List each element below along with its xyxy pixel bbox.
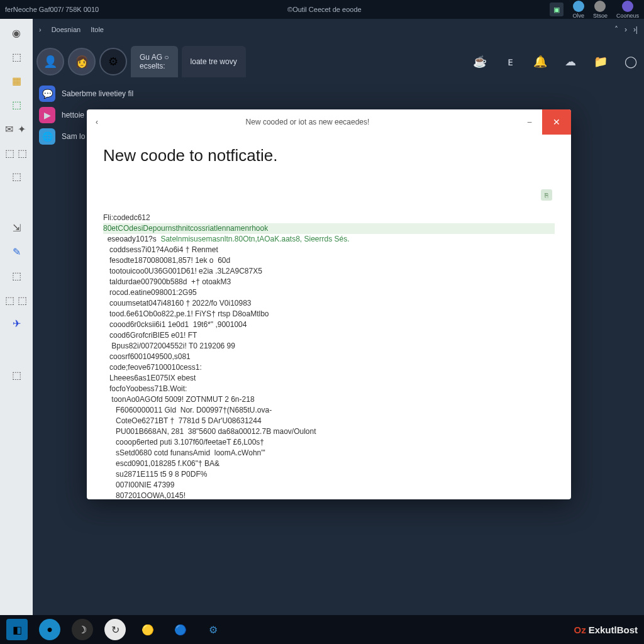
titlebar-center-text: ©Outil Ceecet de eoode xyxy=(99,6,550,13)
rail-icon-4[interactable]: ✉✦ xyxy=(4,121,29,136)
sub-toolbar: › Doesnian Itole ˄ › ›| xyxy=(33,19,644,40)
channel-play-icon: ▶ xyxy=(39,107,55,123)
titlebar-left-text: ferNeoche Gaf007/ 758K 0010 xyxy=(5,6,99,13)
channel-label: Sam lo xyxy=(62,132,85,141)
titlebar-square-icon[interactable]: ▣ xyxy=(550,3,564,16)
avatar-1[interactable]: 👩 xyxy=(68,48,96,75)
tab-secondary[interactable]: loate tre wovy xyxy=(182,46,246,77)
modal-minimize-button[interactable]: – xyxy=(517,118,542,126)
rail-icon-11[interactable]: ✈ xyxy=(9,316,24,331)
rail-icon-8[interactable]: ✎ xyxy=(9,244,24,259)
modal-body: New coode to notficatie. ⎘ Fli:codedc612… xyxy=(87,135,571,499)
tab-active[interactable]: Gu AG ○ ecselts: xyxy=(131,46,178,77)
channel-globe-icon: 🌐 xyxy=(39,128,55,145)
subbar-chevron-right-icon[interactable]: › xyxy=(625,25,627,34)
rail-icon-3[interactable]: ⬚ xyxy=(9,97,24,112)
avatar-0[interactable]: 👤 xyxy=(36,48,64,75)
taskbar-item-5[interactable]: 🔵 xyxy=(170,619,191,640)
subbar-arrow-icon[interactable]: › xyxy=(39,26,42,33)
code-modal: ‹ New cooded or iot as new eecaedes! – ✕… xyxy=(87,109,571,499)
titlebar-status-olve[interactable]: Olve xyxy=(572,1,584,19)
titlebar-status-stsoe[interactable]: Stsoe xyxy=(593,1,608,19)
modal-heading: New coode to notficatie. xyxy=(103,146,555,165)
identity-row: 👤 👩 ⚙ Gu AG ○ ecselts: loate tre wovy ☕ … xyxy=(33,40,644,83)
rail-icon-1[interactable]: ⬚ xyxy=(9,49,24,64)
subbar-end-icon[interactable]: ›| xyxy=(633,25,638,34)
tool-notification-icon[interactable]: 🔔 xyxy=(531,52,550,71)
rail-icon-12[interactable]: ⬚ xyxy=(9,367,24,382)
taskbar-item-2[interactable]: ☽ xyxy=(72,619,93,640)
left-icon-rail: ◉ ⬚ ▦ ⬚ ✉✦ ⬚⬚ ⬚ ⇲ ✎ ⬚ ⬚⬚ ✈ ⬚ xyxy=(0,19,33,615)
channel-item-0[interactable]: 💬 Saberbme liveetiey fil xyxy=(36,83,644,104)
taskbar-brand: Oz ExkutlBost xyxy=(574,625,638,635)
titlebar-status-cooneus[interactable]: Cooneus xyxy=(616,1,639,19)
tool-folder-icon[interactable]: 📁 xyxy=(591,52,610,71)
subbar-chevron-up-icon[interactable]: ˄ xyxy=(614,25,618,34)
channel-chat-icon: 💬 xyxy=(39,86,55,102)
taskbar-item-6[interactable]: ⚙ xyxy=(203,619,224,640)
tool-circle-icon[interactable]: ◯ xyxy=(621,52,640,71)
taskbar-item-0[interactable]: ◧ xyxy=(6,619,28,640)
titlebar: ferNeoche Gaf007/ 758K 0010 ©Outil Ceece… xyxy=(0,0,644,19)
code-block[interactable]: ⎘ Fli:codedc61280etCOdesiDepournsthnitco… xyxy=(103,180,555,499)
avatar-2[interactable]: ⚙ xyxy=(99,48,127,75)
modal-title: New cooded or iot as new eecaedes! xyxy=(98,118,517,126)
taskbar-item-1[interactable]: ● xyxy=(39,619,60,640)
modal-close-button[interactable]: ✕ xyxy=(542,109,571,135)
rail-icon-10[interactable]: ⬚⬚ xyxy=(4,292,29,307)
copy-icon[interactable]: ⎘ xyxy=(541,189,552,201)
modal-header: ‹ New cooded or iot as new eecaedes! – ✕ xyxy=(87,109,571,135)
tool-cloud-icon[interactable]: ☁ xyxy=(561,52,580,71)
rail-icon-7[interactable]: ⇲ xyxy=(9,220,24,235)
channel-label: Saberbme liveetiey fil xyxy=(62,89,133,98)
tool-icon-0[interactable]: ☕ xyxy=(470,52,489,71)
titlebar-right: ▣ Olve Stsoe Cooneus xyxy=(550,1,639,19)
subbar-tab-1[interactable]: Itole xyxy=(91,26,104,33)
rail-icon-2[interactable]: ▦ xyxy=(9,73,24,88)
rail-icon-5[interactable]: ⬚⬚ xyxy=(4,145,29,160)
taskbar-item-3[interactable]: ↻ xyxy=(104,619,126,640)
taskbar: ◧ ● ☽ ↻ 🟡 🔵 ⚙ Oz ExkutlBost xyxy=(0,615,644,644)
rail-icon-9[interactable]: ⬚ xyxy=(9,268,24,283)
rail-icon-0[interactable]: ◉ xyxy=(9,25,24,40)
taskbar-item-4[interactable]: 🟡 xyxy=(137,619,158,640)
tool-icon-1[interactable]: ᴇ xyxy=(501,52,519,71)
rail-icon-6[interactable]: ⬚ xyxy=(9,169,24,184)
channel-label: hettoie xyxy=(62,111,84,119)
subbar-tab-0[interactable]: Doesnian xyxy=(52,26,80,33)
